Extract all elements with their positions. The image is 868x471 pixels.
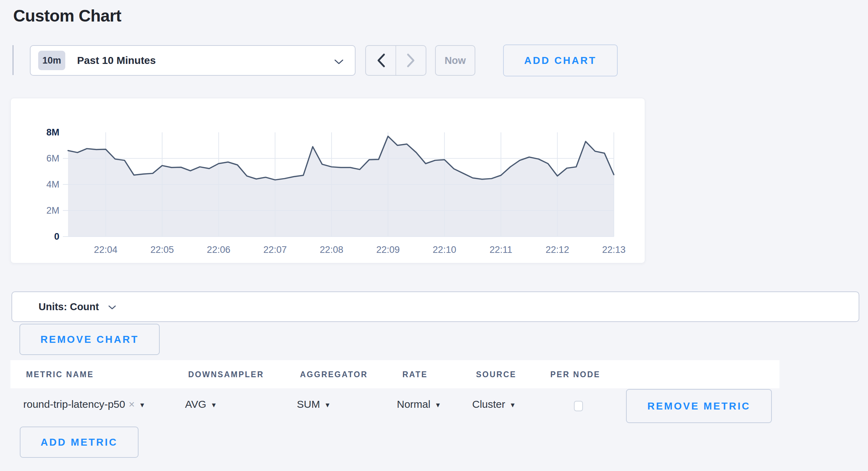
svg-text:2M: 2M <box>46 205 59 216</box>
caret-down-icon: ▾ <box>326 400 329 410</box>
remove-chart-button[interactable]: REMOVE CHART <box>19 324 160 355</box>
svg-text:4M: 4M <box>46 179 59 190</box>
column-header-per-node: PER NODE <box>550 370 600 379</box>
units-label: Units: Count <box>39 301 99 313</box>
svg-text:22:05: 22:05 <box>150 245 174 255</box>
clear-metric-icon[interactable]: × <box>128 398 135 410</box>
time-back-button[interactable] <box>366 46 395 75</box>
chevron-down-icon <box>334 59 344 65</box>
caret-down-icon: ▾ <box>212 400 216 410</box>
svg-text:22:10: 22:10 <box>433 245 456 255</box>
aggregator-value: SUM <box>297 398 320 410</box>
column-header-metric-name: METRIC NAME <box>26 370 94 379</box>
column-header-source: SOURCE <box>476 370 516 379</box>
downsampler-value: AVG <box>185 398 206 410</box>
page-title: Custom Chart <box>13 6 121 25</box>
add-chart-button[interactable]: ADD CHART <box>503 44 618 76</box>
column-header-rate: RATE <box>402 370 428 379</box>
time-range-dropdown[interactable]: 10m Past 10 Minutes <box>30 45 356 76</box>
metric-name-value: round-trip-latency-p50 <box>23 398 125 410</box>
add-metric-button[interactable]: ADD METRIC <box>20 427 139 458</box>
column-header-downsampler: DOWNSAMPLER <box>188 370 264 379</box>
svg-text:22:08: 22:08 <box>320 245 343 255</box>
downsampler-select[interactable]: AVG ▾ <box>185 398 216 410</box>
caret-down-icon: ▾ <box>511 400 515 410</box>
left-chevron-icon <box>376 52 386 68</box>
right-chevron-icon <box>406 52 416 68</box>
svg-text:8M: 8M <box>46 127 59 138</box>
svg-text:22:12: 22:12 <box>546 245 569 255</box>
rate-select[interactable]: Normal ▾ <box>397 398 440 410</box>
units-dropdown[interactable]: Units: Count <box>11 291 859 322</box>
time-range-label: Past 10 Minutes <box>77 55 156 66</box>
source-select[interactable]: Cluster ▾ <box>472 398 515 410</box>
aggregator-select[interactable]: SUM ▾ <box>297 398 329 410</box>
svg-text:22:11: 22:11 <box>490 245 512 255</box>
svg-text:22:09: 22:09 <box>376 245 400 255</box>
svg-text:22:06: 22:06 <box>207 245 231 255</box>
metrics-table-header: METRIC NAME DOWNSAMPLER AGGREGATOR RATE … <box>10 360 779 388</box>
svg-text:0: 0 <box>54 231 59 242</box>
rate-value: Normal <box>397 398 431 410</box>
column-header-aggregator: AGGREGATOR <box>300 370 368 379</box>
timeseries-chart: 02M4M6M8M22:0422:0522:0622:0722:0822:092… <box>11 98 645 264</box>
time-range-badge: 10m <box>38 51 65 70</box>
caret-down-icon: ▾ <box>140 400 144 410</box>
svg-text:22:04: 22:04 <box>94 245 118 255</box>
svg-text:22:07: 22:07 <box>263 245 287 255</box>
now-button[interactable]: Now <box>435 45 475 76</box>
remove-metric-button[interactable]: REMOVE METRIC <box>626 389 772 423</box>
metric-name-select[interactable]: round-trip-latency-p50 × ▾ <box>23 398 144 410</box>
caret-down-icon: ▾ <box>436 400 440 410</box>
per-node-checkbox[interactable] <box>574 401 583 411</box>
chart-card: 02M4M6M8M22:0422:0522:0622:0722:0822:092… <box>10 98 645 263</box>
source-value: Cluster <box>472 398 505 410</box>
time-forward-button[interactable] <box>395 46 426 75</box>
chevron-down-icon <box>108 305 116 310</box>
range-accent-divider <box>12 45 14 75</box>
svg-text:22:13: 22:13 <box>602 245 626 255</box>
time-shift-arrow-group <box>365 45 426 76</box>
svg-text:6M: 6M <box>46 153 59 164</box>
